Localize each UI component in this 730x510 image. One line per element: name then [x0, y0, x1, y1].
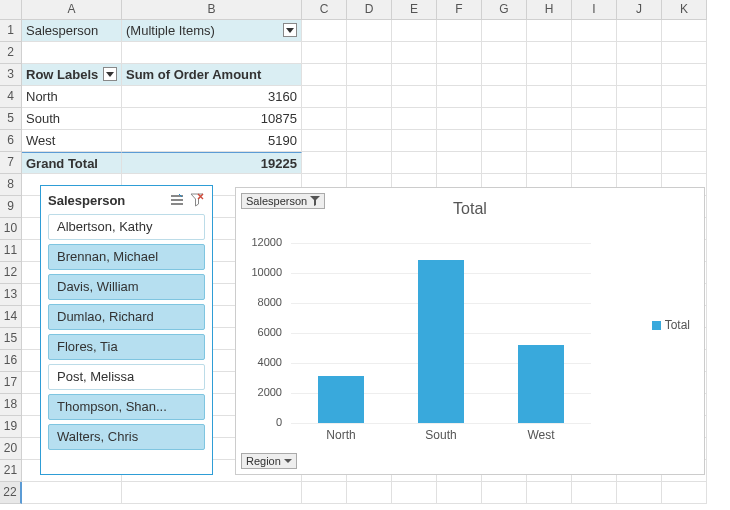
- pivot-row-value: 10875: [122, 108, 302, 130]
- chart-page-filter-button[interactable]: Salesperson: [241, 193, 325, 209]
- row-header-14[interactable]: 14: [0, 306, 22, 328]
- chart-axis-filter-label: Region: [246, 455, 281, 467]
- bar[interactable]: [518, 345, 564, 423]
- pivot-page-field: Salesperson: [22, 20, 122, 42]
- slicer-salesperson[interactable]: Salesperson Albertson, KathyBrennan, Mic…: [40, 185, 213, 475]
- row-header-7[interactable]: 7: [0, 152, 22, 174]
- slicer-item[interactable]: Dumlao, Richard: [48, 304, 205, 330]
- pivot-chart[interactable]: Salesperson Region Total 020004000600080…: [235, 187, 705, 475]
- row-header-22[interactable]: 22: [0, 482, 22, 504]
- slicer-item[interactable]: Flores, Tia: [48, 334, 205, 360]
- slicer-item[interactable]: Davis, William: [48, 274, 205, 300]
- legend-swatch: [652, 321, 661, 330]
- row-headers: 12345678910111213141516171819202122: [0, 20, 22, 504]
- bar[interactable]: [418, 260, 464, 423]
- slicer-item[interactable]: Brennan, Michael: [48, 244, 205, 270]
- svg-rect-2: [171, 203, 183, 205]
- pivot-row-label: South: [22, 108, 122, 130]
- row-header-13[interactable]: 13: [0, 284, 22, 306]
- filter-dropdown-icon[interactable]: [283, 23, 297, 37]
- slicer-item[interactable]: Albertson, Kathy: [48, 214, 205, 240]
- pivot-total-value: 19225: [122, 152, 302, 174]
- chart-axis-filter-button[interactable]: Region: [241, 453, 297, 469]
- row-header-9[interactable]: 9: [0, 196, 22, 218]
- col-header-B[interactable]: B: [122, 0, 302, 20]
- multiselect-icon[interactable]: [169, 192, 185, 208]
- row-header-3[interactable]: 3: [0, 64, 22, 86]
- select-all-corner[interactable]: [0, 0, 22, 20]
- clear-filter-icon[interactable]: [189, 192, 205, 208]
- col-header-K[interactable]: K: [662, 0, 707, 20]
- svg-rect-1: [171, 199, 183, 201]
- col-header-J[interactable]: J: [617, 0, 662, 20]
- row-header-6[interactable]: 6: [0, 130, 22, 152]
- pivot-row-value: 3160: [122, 86, 302, 108]
- row-header-16[interactable]: 16: [0, 350, 22, 372]
- legend-label: Total: [665, 318, 690, 332]
- row-header-8[interactable]: 8: [0, 174, 22, 196]
- row-header-5[interactable]: 5: [0, 108, 22, 130]
- col-header-I[interactable]: I: [572, 0, 617, 20]
- row-header-17[interactable]: 17: [0, 372, 22, 394]
- row-header-1[interactable]: 1: [0, 20, 22, 42]
- plot-area: [291, 243, 591, 423]
- row-header-19[interactable]: 19: [0, 416, 22, 438]
- x-axis: NorthSouthWest: [291, 428, 591, 442]
- col-header-F[interactable]: F: [437, 0, 482, 20]
- pivot-value-header: Sum of Order Amount: [122, 64, 302, 86]
- col-header-E[interactable]: E: [392, 0, 437, 20]
- pivot-row-value: 5190: [122, 130, 302, 152]
- pivot-page-value: (Multiple Items): [126, 23, 215, 38]
- row-header-18[interactable]: 18: [0, 394, 22, 416]
- column-headers: ABCDEFGHIJK: [22, 0, 707, 20]
- row-header-4[interactable]: 4: [0, 86, 22, 108]
- pivot-row-label: West: [22, 130, 122, 152]
- chart-page-filter-label: Salesperson: [246, 195, 307, 207]
- slicer-item[interactable]: Walters, Chris: [48, 424, 205, 450]
- x-tick-label: North: [291, 428, 391, 442]
- col-header-H[interactable]: H: [527, 0, 572, 20]
- pivot-row-header: Row Labels: [22, 64, 122, 86]
- pivot-total-label: Grand Total: [22, 152, 122, 174]
- x-tick-label: South: [391, 428, 491, 442]
- pivot-page-value-cell: (Multiple Items): [122, 20, 302, 42]
- y-axis: 020004000600080001000012000: [246, 236, 286, 426]
- slicer-title: Salesperson: [48, 193, 165, 208]
- row-header-15[interactable]: 15: [0, 328, 22, 350]
- x-tick-label: West: [491, 428, 591, 442]
- slicer-item[interactable]: Thompson, Shan...: [48, 394, 205, 420]
- row-header-10[interactable]: 10: [0, 218, 22, 240]
- slicer-item[interactable]: Post, Melissa: [48, 364, 205, 390]
- bar[interactable]: [318, 376, 364, 423]
- pivot-row-label: North: [22, 86, 122, 108]
- filter-dropdown-icon[interactable]: [103, 67, 117, 81]
- col-header-C[interactable]: C: [302, 0, 347, 20]
- row-header-2[interactable]: 2: [0, 42, 22, 64]
- row-header-11[interactable]: 11: [0, 240, 22, 262]
- row-header-20[interactable]: 20: [0, 438, 22, 460]
- row-header-21[interactable]: 21: [0, 460, 22, 482]
- col-header-D[interactable]: D: [347, 0, 392, 20]
- funnel-icon: [310, 196, 320, 206]
- col-header-G[interactable]: G: [482, 0, 527, 20]
- legend: Total: [652, 318, 690, 332]
- col-header-A[interactable]: A: [22, 0, 122, 20]
- row-header-12[interactable]: 12: [0, 262, 22, 284]
- dropdown-icon: [284, 455, 292, 467]
